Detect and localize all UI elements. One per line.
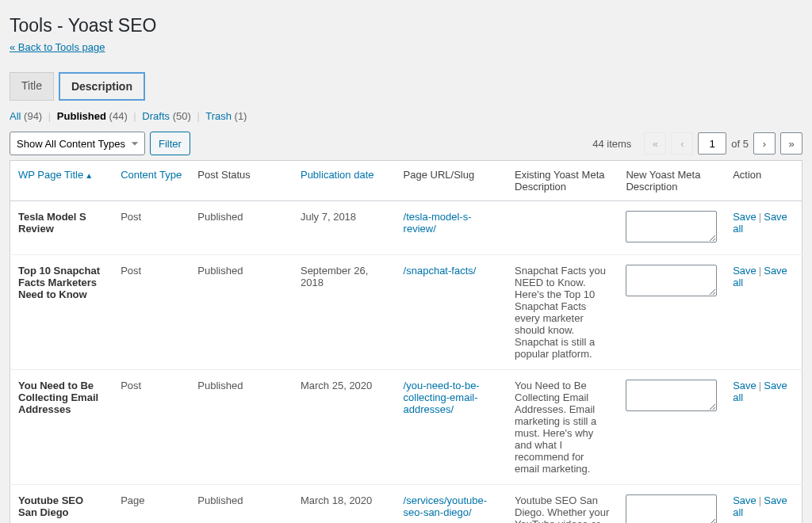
slug-link[interactable]: /you-need-to-be-collecting-email-address… <box>404 380 480 415</box>
cell-content-type: Page <box>113 485 190 524</box>
content-type-select[interactable]: Show All Content Types <box>10 132 145 155</box>
cell-content-type: Post <box>113 370 190 485</box>
cell-new <box>618 255 725 370</box>
cell-pub-date: September 26, 2018 <box>293 255 396 370</box>
pager-current-input[interactable] <box>698 132 726 155</box>
back-link[interactable]: « Back to Tools page <box>10 41 105 53</box>
slug-link[interactable]: /snapchat-facts/ <box>404 265 477 277</box>
table-row: Top 10 Snapchat Facts Marketers Need to … <box>10 255 802 370</box>
status-filter-bar: All (94) | Published (44) | Drafts (50) … <box>10 110 802 122</box>
cell-slug: /services/youtube-seo-san-diego/ <box>396 485 507 524</box>
new-meta-input[interactable] <box>626 265 717 296</box>
filter-all-count: (94) <box>24 110 42 122</box>
cell-action: Save|Save all <box>725 255 802 370</box>
cell-existing <box>507 201 618 255</box>
pager-last-button[interactable]: » <box>780 132 802 155</box>
cell-slug: /tesla-model-s-review/ <box>396 201 507 255</box>
cell-post-status: Published <box>190 485 293 524</box>
filter-drafts-count: (50) <box>173 110 191 122</box>
filter-trash[interactable]: Trash <box>205 110 232 122</box>
cell-action: Save|Save all <box>725 201 802 255</box>
slug-link[interactable]: /tesla-model-s-review/ <box>404 211 472 235</box>
tab-description[interactable]: Description <box>59 72 145 101</box>
col-existing: Existing Yoast Meta Description <box>507 161 618 201</box>
cell-pub-date: March 18, 2020 <box>293 485 396 524</box>
cell-existing: Youtube SEO San Diego. Whether your YouT… <box>507 485 618 524</box>
new-meta-input[interactable] <box>626 211 717 242</box>
filter-drafts[interactable]: Drafts <box>142 110 170 122</box>
pager-next-button[interactable]: › <box>753 132 776 155</box>
col-title[interactable]: WP Page Title▲ <box>10 161 113 201</box>
table-header-row: WP Page Title▲ Content Type Post Status … <box>10 161 802 201</box>
col-content-type[interactable]: Content Type <box>113 161 190 201</box>
cell-action: Save|Save all <box>725 370 802 485</box>
cell-post-status: Published <box>190 370 293 485</box>
save-link[interactable]: Save <box>733 494 756 506</box>
new-meta-input[interactable] <box>626 380 717 411</box>
filter-all[interactable]: All <box>10 110 21 122</box>
cell-existing: Snapchat Facts you NEED to Know. Here's … <box>507 255 618 370</box>
cell-content-type: Post <box>113 255 190 370</box>
cell-new <box>618 370 725 485</box>
cell-slug: /snapchat-facts/ <box>396 255 507 370</box>
cell-post-status: Published <box>190 201 293 255</box>
cell-content-type: Post <box>113 201 190 255</box>
new-meta-input[interactable] <box>626 494 717 523</box>
pagination: 44 items « ‹ of 5 › » <box>592 132 802 155</box>
filter-trash-count: (1) <box>235 110 247 122</box>
cell-new <box>618 201 725 255</box>
filter-published-count: (44) <box>109 110 128 122</box>
cell-pub-date: July 7, 2018 <box>293 201 396 255</box>
pager-first-button: « <box>644 132 666 155</box>
cell-action: Save|Save all <box>725 485 802 524</box>
cell-title: Youtube SEO San Diego <box>10 485 113 524</box>
table-row: Tesla Model S ReviewPostPublishedJuly 7,… <box>10 201 802 255</box>
slug-link[interactable]: /services/youtube-seo-san-diego/ <box>404 494 488 518</box>
save-link[interactable]: Save <box>733 380 756 391</box>
table-row: Youtube SEO San DiegoPagePublishedMarch … <box>10 485 802 524</box>
table-row: You Need to Be Collecting Email Addresse… <box>10 370 802 485</box>
pager-prev-button: ‹ <box>671 132 693 155</box>
col-pub-date[interactable]: Publication date <box>293 161 396 201</box>
cell-title: Tesla Model S Review <box>10 201 113 255</box>
sort-asc-icon: ▲ <box>85 171 93 180</box>
cell-title: Top 10 Snapchat Facts Marketers Need to … <box>10 255 113 370</box>
bulk-editor-table: WP Page Title▲ Content Type Post Status … <box>10 160 802 523</box>
save-link[interactable]: Save <box>733 265 756 277</box>
page-title: Tools - Yoast SEO <box>10 8 802 40</box>
cell-title: You Need to Be Collecting Email Addresse… <box>10 370 113 485</box>
cell-slug: /you-need-to-be-collecting-email-address… <box>396 370 507 485</box>
tab-title[interactable]: Title <box>10 72 54 101</box>
col-new: New Yoast Meta Description <box>618 161 725 201</box>
col-action: Action <box>725 161 802 201</box>
tabs: Title Description <box>10 72 802 101</box>
items-count: 44 items <box>592 138 631 150</box>
col-post-status: Post Status <box>190 161 293 201</box>
filter-button[interactable]: Filter <box>150 132 190 155</box>
cell-pub-date: March 25, 2020 <box>293 370 396 485</box>
filter-published[interactable]: Published <box>57 110 106 122</box>
cell-new <box>618 485 725 524</box>
save-link[interactable]: Save <box>733 211 756 223</box>
col-slug: Page URL/Slug <box>396 161 507 201</box>
cell-existing: You Need to Be Collecting Email Addresse… <box>507 370 618 485</box>
cell-post-status: Published <box>190 255 293 370</box>
pager-total: of 5 <box>731 138 749 150</box>
